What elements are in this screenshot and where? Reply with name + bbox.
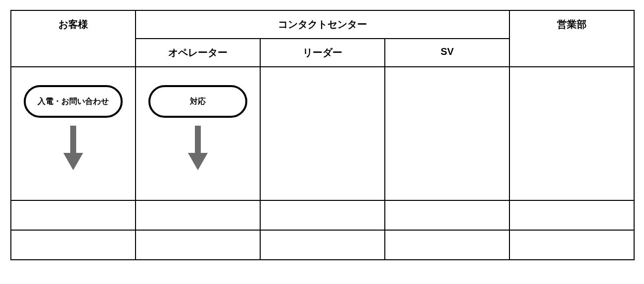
tail-row	[11, 230, 634, 260]
arrow-down-icon	[63, 126, 83, 170]
terminator-handle-label: 対応	[190, 96, 206, 107]
lane-header-leader: リーダー	[260, 39, 385, 67]
lane-operator-body: 対応	[136, 67, 260, 200]
lane-sv-body	[385, 67, 509, 200]
lane-header-sales: 営業部	[509, 10, 634, 67]
lane-header-sv: SV	[385, 39, 509, 67]
spacer-row	[11, 200, 634, 230]
swimlane-diagram: お客様 コンタクトセンター 営業部 オペレーター リーダー SV 入電・お問い合…	[10, 10, 634, 260]
arrow-down-icon	[188, 126, 208, 170]
svg-rect-2	[195, 126, 201, 154]
lane-sales-body	[509, 67, 634, 200]
lane-leader-body	[260, 67, 385, 200]
body-row: 入電・お問い合わせ 対応	[11, 67, 634, 200]
lane-header-customer: お客様	[11, 10, 136, 67]
terminator-incoming-label: 入電・お問い合わせ	[38, 96, 109, 107]
lane-header-contact-center: コンタクトセンター	[136, 10, 509, 39]
lane-customer-body: 入電・お問い合わせ	[11, 67, 136, 200]
swimlane-table: お客様 コンタクトセンター 営業部 オペレーター リーダー SV 入電・お問い合…	[10, 10, 635, 260]
terminator-handle: 対応	[148, 85, 247, 118]
svg-marker-1	[63, 153, 83, 170]
svg-marker-3	[188, 153, 208, 170]
header-row-1: お客様 コンタクトセンター 営業部	[11, 10, 634, 39]
svg-rect-0	[70, 126, 76, 154]
terminator-incoming: 入電・お問い合わせ	[24, 85, 123, 118]
lane-header-operator: オペレーター	[136, 39, 260, 67]
